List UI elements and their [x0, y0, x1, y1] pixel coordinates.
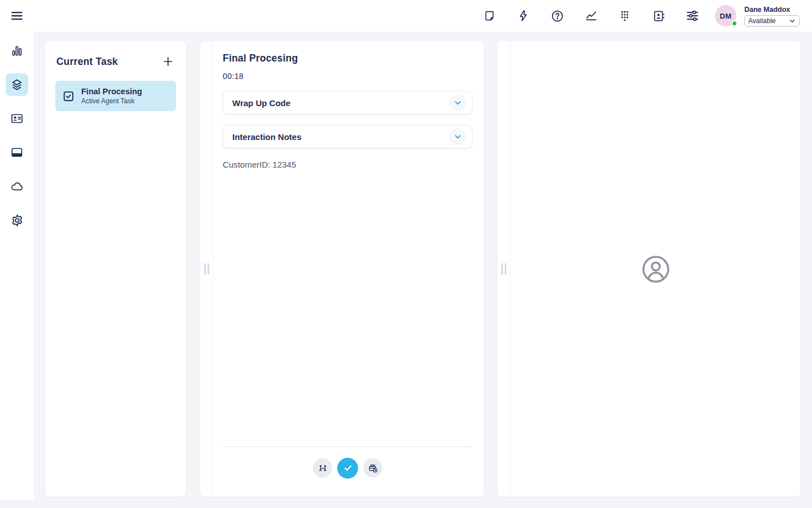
task-timer: 00:18 [223, 72, 473, 81]
sidebar-item-settings[interactable] [6, 209, 28, 231]
current-task-panel: Current Task Final Procesing Active Agen… [45, 41, 186, 497]
layers-icon [10, 78, 24, 91]
chevron-down-icon [789, 17, 796, 24]
panel-resize-handle[interactable] [497, 41, 510, 497]
line-chart-icon[interactable] [584, 9, 598, 23]
status-select-value: Available [748, 17, 775, 25]
status-select[interactable]: Available [744, 15, 800, 27]
top-header: DM Dane Maddox Available [0, 0, 812, 32]
user-name: Dane Maddox [744, 6, 800, 14]
status-dot [731, 20, 738, 27]
task-list-item[interactable]: Final Procesing Active Agent Task [55, 81, 176, 111]
park-button[interactable] [363, 458, 382, 478]
work-panel: Final Procesing 00:18 Wrap Up Code Inter… [200, 41, 484, 497]
task-name: Final Procesing [81, 87, 142, 96]
cloud-icon [10, 179, 24, 193]
transfer-icon [317, 463, 328, 474]
main-area: Current Task Final Procesing Active Agen… [34, 32, 812, 508]
checkbox-check-icon [62, 90, 75, 103]
lightning-icon[interactable] [517, 9, 530, 23]
sidebar-item-performance[interactable] [6, 40, 28, 62]
id-card-icon [10, 112, 24, 125]
work-panel-title: Final Procesing [223, 52, 473, 64]
wrap-up-code-label: Wrap Up Code [232, 98, 290, 108]
address-book-icon[interactable] [652, 9, 665, 23]
complete-task-button[interactable] [337, 458, 358, 479]
wrap-up-code-accordion[interactable]: Wrap Up Code [223, 91, 473, 115]
customer-id-text: CustomerID: 12345 [223, 160, 473, 169]
add-task-button[interactable] [161, 55, 175, 68]
hamburger-menu-icon[interactable] [9, 8, 25, 24]
gear-icon [10, 213, 24, 227]
panel-resize-handle[interactable] [200, 41, 213, 497]
chevron-down-icon [449, 128, 466, 145]
interaction-notes-accordion[interactable]: Interaction Notes [223, 125, 473, 148]
detail-panel [497, 41, 801, 497]
chevron-down-icon [449, 94, 466, 111]
dialpad-icon[interactable] [618, 9, 632, 23]
check-icon [342, 462, 354, 474]
current-task-title: Current Task [56, 56, 118, 68]
window-icon [10, 146, 24, 159]
sidebar-item-cloud[interactable] [6, 175, 28, 198]
help-icon[interactable] [550, 9, 564, 23]
left-sidebar [0, 32, 34, 500]
sidebar-item-tasks[interactable] [6, 73, 28, 96]
task-subtitle: Active Agent Task [81, 97, 142, 105]
sliders-icon[interactable] [686, 9, 699, 23]
avatar[interactable]: DM [715, 5, 736, 27]
action-bar [223, 447, 473, 489]
plus-icon [162, 55, 174, 68]
sidebar-item-contacts[interactable] [6, 107, 28, 130]
header-toolbar [483, 9, 699, 23]
park-icon [368, 463, 378, 474]
bar-chart-icon [10, 44, 24, 58]
person-circle-icon [641, 255, 670, 284]
interaction-notes-label: Interaction Notes [232, 132, 302, 142]
transfer-button[interactable] [313, 458, 332, 478]
sidebar-item-apps[interactable] [6, 141, 28, 164]
sticky-note-icon[interactable] [483, 9, 496, 23]
